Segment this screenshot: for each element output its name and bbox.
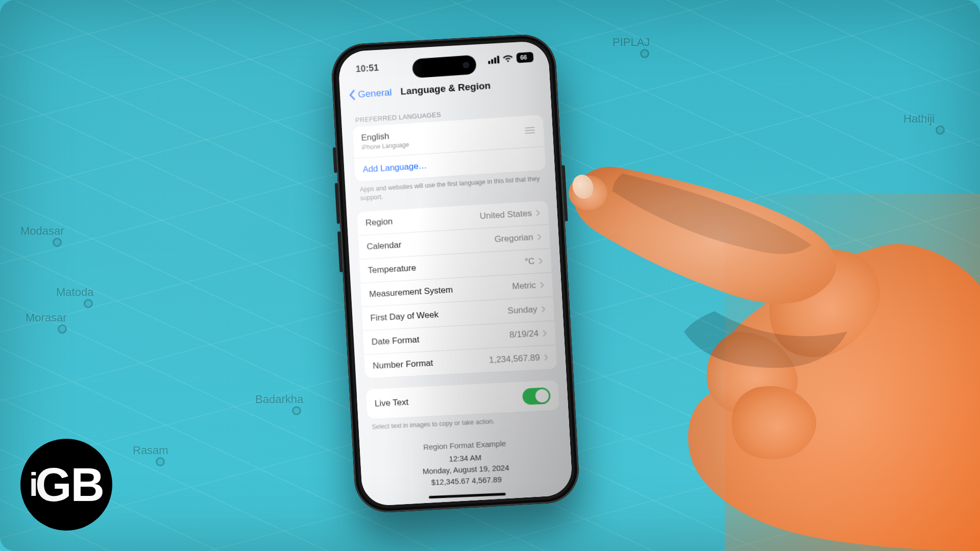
clock: 10:51	[355, 62, 379, 74]
chevron-right-icon	[536, 209, 541, 216]
chevron-right-icon	[537, 233, 542, 240]
iphone: 10:51 66 General Language & Region PREFE…	[330, 33, 581, 514]
region-format-example: Region Format Example 12:34 AM Monday, A…	[369, 435, 564, 490]
svg-line-2	[525, 133, 534, 133]
row-label: Calendar	[366, 240, 402, 252]
chevron-left-icon	[349, 89, 356, 101]
row-value: Metric	[512, 280, 536, 292]
row-value: 8/19/24	[509, 329, 539, 340]
cellular-icon	[488, 56, 500, 64]
live-text-toggle[interactable]	[522, 387, 551, 405]
battery-icon: 66	[517, 52, 534, 63]
map-marker-icon	[640, 49, 649, 58]
back-button[interactable]: General	[349, 87, 392, 101]
wifi-icon	[503, 53, 513, 64]
igb-logo: iGB	[20, 439, 112, 531]
region-settings-group: RegionUnited StatesCalendarGregorianTemp…	[357, 201, 557, 378]
add-language-label: Add Language…	[362, 161, 427, 175]
map-marker-icon	[292, 406, 301, 415]
row-label: First Day of Week	[370, 310, 439, 323]
row-value: Sunday	[507, 304, 537, 316]
row-label: Number Format	[373, 358, 433, 371]
row-value: Gregorian	[494, 232, 533, 244]
map-marker-icon	[53, 238, 62, 247]
chevron-right-icon	[544, 354, 549, 361]
chevron-right-icon	[538, 257, 543, 264]
row-label: Region	[365, 216, 393, 228]
row-label: Date Format	[371, 335, 420, 347]
row-label: Measurement System	[369, 285, 453, 299]
chevron-right-icon	[540, 281, 545, 289]
chevron-right-icon	[543, 330, 547, 337]
preferred-languages-group: English iPhone Language Add Language…	[353, 115, 546, 182]
map-marker-icon	[936, 126, 945, 135]
back-label: General	[358, 87, 392, 100]
reorder-handle-icon[interactable]	[524, 126, 536, 137]
map-marker-icon	[58, 324, 67, 334]
svg-line-1	[525, 130, 534, 131]
map-marker-icon	[927, 406, 937, 415]
map-marker-icon	[84, 299, 93, 308]
chevron-right-icon	[541, 305, 546, 313]
row-value: °C	[525, 256, 535, 267]
map-marker-icon	[937, 335, 946, 344]
map-marker-icon	[156, 457, 165, 466]
live-text-label: Live Text	[375, 397, 409, 409]
row-label: Temperature	[368, 263, 416, 276]
row-value: United States	[479, 208, 532, 221]
row-value: 1,234,567.89	[488, 353, 540, 365]
page-title: Language & Region	[400, 80, 491, 97]
map-marker-icon	[904, 513, 914, 522]
svg-line-0	[525, 128, 534, 128]
